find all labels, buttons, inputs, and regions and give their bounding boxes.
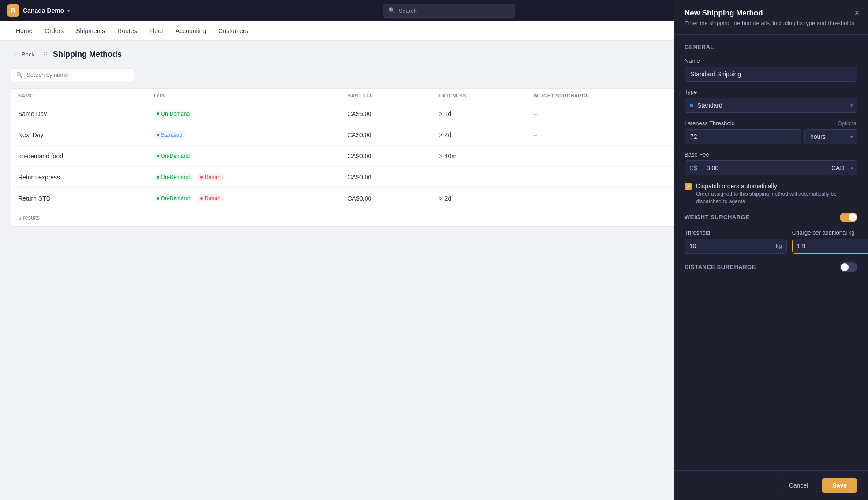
- lateness-label: Lateness Threshold Optional: [685, 120, 857, 127]
- weight-surcharge-toggle[interactable]: [840, 213, 857, 222]
- base-fee-field-group: Base Fee C$ CAD USD ▾: [685, 151, 857, 175]
- row-name: on-demand food: [11, 146, 146, 167]
- name-label: Name: [685, 57, 857, 64]
- row-weight-surcharge: –: [527, 124, 685, 146]
- lateness-row: hours days minutes ▾: [685, 129, 857, 144]
- weight-surcharge-section-header: Weight Surcharge: [685, 213, 857, 222]
- threshold-label: Threshold: [685, 229, 787, 235]
- subnav-accounting[interactable]: Accounting: [170, 25, 211, 37]
- side-panel: New Shipping Method Enter the shipping m…: [674, 0, 868, 235]
- lateness-unit-select[interactable]: hours days minutes: [804, 129, 857, 144]
- panel-body: General Name Type Standard On-Demand ▾ L…: [674, 35, 868, 235]
- weight-surcharge-title: Weight Surcharge: [685, 214, 749, 220]
- row-weight-surcharge: –: [527, 146, 685, 167]
- search-input-icon: 🔍: [16, 72, 23, 78]
- row-base-fee: CA$0.00: [340, 146, 432, 167]
- back-button[interactable]: ← Back: [11, 49, 38, 60]
- dispatch-checkbox[interactable]: [685, 183, 692, 190]
- row-weight-surcharge: –: [527, 167, 685, 188]
- panel-close-button[interactable]: ×: [854, 9, 859, 17]
- row-type: Standard: [146, 124, 340, 146]
- company-name: Canada Demo: [23, 7, 64, 14]
- lateness-optional: Optional: [838, 120, 857, 127]
- brand-icon: R: [7, 4, 19, 17]
- threshold-col: Threshold kg: [685, 229, 787, 235]
- section-general-title: General: [685, 44, 857, 50]
- base-fee-currency-select[interactable]: CAD USD: [827, 161, 857, 175]
- grip-icon: ⠿: [43, 51, 48, 58]
- row-type: On-Demand: [146, 103, 340, 124]
- search-placeholder: Search: [399, 7, 417, 14]
- row-lateness: > 2d: [432, 188, 527, 209]
- panel-header: New Shipping Method Enter the shipping m…: [674, 0, 868, 35]
- type-field-group: Type Standard On-Demand ▾: [685, 89, 857, 113]
- row-base-fee: CA$0.00: [340, 188, 432, 209]
- dispatch-desc: Order assigned to this shipping method w…: [696, 190, 857, 205]
- dispatch-checkbox-row: Dispatch orders automatically Order assi…: [685, 183, 857, 205]
- row-name: Same Day: [11, 103, 146, 124]
- panel-subtitle: Enter the shipping method details, inclu…: [685, 19, 857, 27]
- base-fee-currency-wrapper: CAD USD ▾: [827, 161, 857, 175]
- col-lateness: LATENESS: [432, 89, 527, 103]
- subnav-fleet[interactable]: Fleet: [144, 25, 168, 37]
- toggle-knob: [849, 213, 857, 221]
- brand-logo-area[interactable]: R Canada Demo ▾: [7, 4, 70, 17]
- row-weight-surcharge: –: [527, 103, 685, 124]
- col-name: NAME: [11, 89, 146, 103]
- base-fee-input-wrapper: C$ CAD USD ▾: [685, 160, 857, 175]
- row-lateness: > 1d: [432, 103, 527, 124]
- subnav-home[interactable]: Home: [11, 25, 37, 37]
- weight-surcharge-inputs: Threshold kg Charge per additional kg CA…: [685, 229, 857, 235]
- row-base-fee: CA$5.00: [340, 103, 432, 124]
- lateness-input[interactable]: [685, 129, 801, 144]
- type-select-wrapper: Standard On-Demand ▾: [685, 98, 857, 113]
- base-fee-value-input[interactable]: [702, 161, 827, 175]
- search-input-wrapper[interactable]: 🔍: [11, 68, 134, 81]
- row-name: Next Day: [11, 124, 146, 146]
- lateness-value-wrapper: [685, 129, 801, 144]
- base-fee-label: Base Fee: [685, 151, 857, 158]
- charge-label: Charge per additional kg: [792, 229, 868, 235]
- dispatch-label: Dispatch orders automatically: [696, 183, 857, 190]
- dispatch-text: Dispatch orders automatically Order assi…: [696, 183, 857, 205]
- subnav-shipments[interactable]: Shipments: [71, 25, 110, 37]
- row-lateness: > 40m: [432, 146, 527, 167]
- row-base-fee: CA$0.00: [340, 167, 432, 188]
- row-weight-surcharge: –: [527, 188, 685, 209]
- lateness-field-group: Lateness Threshold Optional hours days m…: [685, 120, 857, 144]
- global-search-box[interactable]: 🔍 Search: [383, 4, 515, 18]
- col-type: TYPE: [146, 89, 340, 103]
- panel-title: New Shipping Method: [685, 9, 857, 18]
- row-name: Return STD: [11, 188, 146, 209]
- name-input[interactable]: [685, 67, 857, 82]
- back-label: Back: [22, 51, 34, 58]
- row-lateness: –: [432, 167, 527, 188]
- brand-chevron-icon: ▾: [67, 8, 70, 13]
- type-select[interactable]: Standard On-Demand: [685, 98, 857, 113]
- row-base-fee: CA$0.00: [340, 124, 432, 146]
- page-title: Shipping Methods: [53, 50, 122, 59]
- base-fee-prefix: C$: [685, 161, 702, 175]
- type-label: Type: [685, 89, 857, 95]
- col-base-fee: BASE FEE: [340, 89, 432, 103]
- subnav-orders[interactable]: Orders: [39, 25, 69, 37]
- search-icon: 🔍: [389, 7, 395, 14]
- row-type: On-Demand Return: [146, 188, 340, 209]
- col-weight-surcharge: WEIGHT SURCHARGE: [527, 89, 685, 103]
- charge-col: Charge per additional kg CAD: [792, 229, 868, 235]
- row-type: On-Demand: [146, 146, 340, 167]
- subnav-customers[interactable]: Customers: [213, 25, 254, 37]
- search-input[interactable]: [26, 71, 128, 78]
- row-lateness: > 2d: [432, 124, 527, 146]
- subnav-routes[interactable]: Routes: [112, 25, 142, 37]
- name-field-group: Name: [685, 57, 857, 82]
- back-arrow-icon: ←: [14, 51, 20, 58]
- lateness-unit-wrapper: hours days minutes ▾: [804, 129, 857, 144]
- row-type: On-Demand Return: [146, 167, 340, 188]
- row-name: Return express: [11, 167, 146, 188]
